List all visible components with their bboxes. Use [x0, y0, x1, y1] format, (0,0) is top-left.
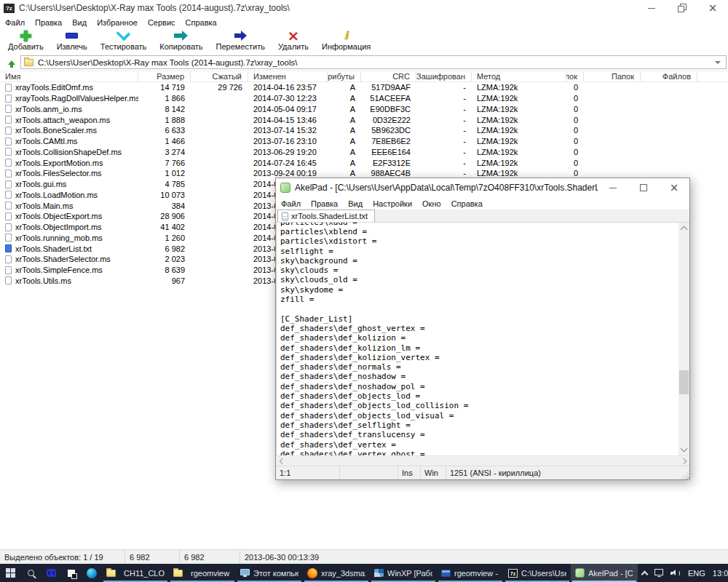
- column-header-name[interactable]: Имя: [0, 71, 138, 81]
- akelpad-titlebar[interactable]: AkelPad - [C:\Users\User\AppData\Local\T…: [276, 178, 689, 197]
- table-row[interactable]: xrayTools.EditOmf.ms 14 719 29 726 2014-…: [0, 82, 728, 93]
- close-icon[interactable]: [697, 0, 728, 16]
- toolbar-button[interactable]: Копировать: [153, 28, 209, 51]
- taskbar-button-label: CH11_CLOUD...: [124, 569, 165, 578]
- column-header-block[interactable]: Блок: [566, 71, 584, 81]
- taskbar-button[interactable]: C:\Users\User...: [504, 564, 571, 582]
- clock[interactable]: 13:02: [713, 569, 728, 578]
- info-icon: [344, 29, 349, 42]
- search-button[interactable]: [20, 564, 41, 582]
- file-name: xrTools.Main.ms: [15, 202, 73, 210]
- toolbar-button[interactable]: Переместить: [210, 28, 272, 51]
- column-header-crc[interactable]: CRC: [361, 71, 416, 81]
- taskbar-button[interactable]: rgeomview [ ...: [169, 564, 236, 582]
- status-size: 6 982: [125, 550, 180, 564]
- sevenzip-titlebar[interactable]: C:\Users\User\Desktop\X-Ray max Tools (2…: [0, 0, 728, 16]
- network-icon[interactable]: [654, 569, 663, 575]
- text-line: [280, 304, 678, 314]
- taskbar-button[interactable]: xray_3dsmax_...: [303, 564, 370, 582]
- column-header-folders[interactable]: Папок: [584, 71, 641, 81]
- menu-item[interactable]: Вид: [67, 18, 92, 27]
- toolbar-button[interactable]: Информация: [315, 28, 377, 51]
- taskbar-button[interactable]: AkelPad - [C:\...: [571, 564, 638, 582]
- close-icon[interactable]: [659, 178, 689, 197]
- text-line: def_shaders\def_vertex =: [280, 440, 678, 450]
- column-header-modified[interactable]: Изменен: [248, 71, 328, 81]
- column-header-size[interactable]: Размер: [138, 71, 191, 81]
- resize-grip[interactable]: [681, 471, 689, 479]
- pinned-app-binoculars[interactable]: [41, 564, 61, 582]
- menu-item[interactable]: Настройки: [368, 199, 417, 208]
- editor-text-area[interactable]: particles\xadd = particles\xblend =parti…: [277, 223, 678, 455]
- pinned-app-snip[interactable]: [61, 564, 82, 582]
- vertical-scrollbar[interactable]: [678, 223, 689, 455]
- menu-item[interactable]: Вид: [343, 199, 368, 208]
- scroll-down-icon[interactable]: [678, 445, 689, 455]
- toolbar-button[interactable]: Удалить: [272, 28, 315, 51]
- language-indicator[interactable]: ENG: [688, 569, 705, 578]
- taskbar-button[interactable]: CH11_CLOUD...: [102, 564, 169, 582]
- scroll-up-icon[interactable]: [678, 223, 689, 234]
- scroll-left-icon[interactable]: [276, 456, 286, 466]
- toolbar-button[interactable]: Добавить: [1, 28, 50, 51]
- minimize-icon[interactable]: [636, 0, 667, 16]
- up-one-level-icon[interactable]: [3, 55, 20, 69]
- toolbar-button-label: Удалить: [278, 42, 309, 51]
- restore-icon[interactable]: [667, 0, 697, 16]
- vm-icon: [374, 569, 384, 577]
- column-header-attributes[interactable]: Атрибуты: [328, 71, 361, 81]
- scroll-right-icon[interactable]: [679, 456, 689, 466]
- column-header-filler: [697, 71, 728, 81]
- column-header-method[interactable]: Метод: [472, 71, 566, 81]
- file-modified: 2014-07-24 16:45: [248, 159, 328, 167]
- file-icon: [5, 116, 12, 124]
- file-icon: [5, 255, 12, 263]
- column-header-files[interactable]: Файлов: [641, 71, 697, 81]
- taskbar-button[interactable]: WinXP [Работ...: [370, 564, 437, 582]
- table-row[interactable]: xrTools.attach_weapon.ms 1 888 2014-04-1…: [0, 114, 728, 125]
- toolbar-button[interactable]: Извлечь: [50, 28, 94, 51]
- file-name: xrTools.ObjectExport.ms: [15, 212, 102, 220]
- table-row[interactable]: xrayTools.RagDollValuesHelper.ms 1 866 2…: [0, 93, 728, 104]
- table-row[interactable]: xrTools.CollisionShapeDef.ms 3 274 2013-…: [0, 147, 728, 158]
- menu-item[interactable]: Файл: [0, 18, 30, 27]
- menu-item[interactable]: Избранное: [92, 18, 143, 27]
- menu-item[interactable]: Правка: [30, 18, 67, 27]
- folder-icon: [173, 570, 183, 577]
- table-row[interactable]: xrTools.CAMtl.ms 1 466 2013-07-16 23:10 …: [0, 136, 728, 147]
- menu-item[interactable]: Окно: [417, 199, 446, 208]
- taskbar-button[interactable]: rgeomview - ...: [437, 564, 504, 582]
- pinned-app-edge[interactable]: [82, 564, 102, 582]
- column-header-encrypted[interactable]: Зашифрован: [416, 71, 472, 81]
- speaker-icon[interactable]: [670, 569, 681, 577]
- file-icon: [5, 137, 12, 146]
- toolbar-button-label: Добавить: [8, 42, 44, 51]
- scrollbar-thumb[interactable]: [679, 370, 689, 394]
- taskbar-button[interactable]: Этот компью...: [236, 564, 303, 582]
- table-row[interactable]: xrTools.ExportMotion.ms 7 766 2014-07-24…: [0, 157, 728, 168]
- column-header-packed[interactable]: Сжатый: [191, 71, 248, 81]
- menu-item[interactable]: Правка: [306, 199, 343, 208]
- maximize-icon[interactable]: [628, 178, 659, 197]
- file-icon: [5, 276, 12, 284]
- menu-item[interactable]: Справка: [181, 18, 222, 27]
- document-tab[interactable]: xrTools.ShaderList.txt: [277, 210, 375, 222]
- menu-item[interactable]: Файл: [276, 199, 306, 208]
- address-dropdown-icon[interactable]: [713, 56, 723, 68]
- horizontal-scrollbar[interactable]: [276, 455, 689, 466]
- file-size: 1 012: [138, 169, 191, 178]
- table-row[interactable]: xrTools.BoneScaler.ms 6 633 2013-07-14 1…: [0, 125, 728, 136]
- sevenzip-window-title: C:\Users\User\Desktop\X-Ray max Tools (2…: [19, 3, 290, 13]
- minimize-icon[interactable]: [598, 178, 628, 197]
- text-line: def_shaders\def_selflight =: [280, 420, 678, 430]
- menu-item[interactable]: Справка: [446, 199, 488, 208]
- start-button[interactable]: [0, 564, 20, 582]
- file-name: xrTools.ShaderSelector.ms: [15, 255, 111, 263]
- toolbar-button[interactable]: Тестировать: [94, 28, 154, 51]
- address-combobox[interactable]: C:\Users\User\Desktop\X-Ray max Tools (2…: [20, 55, 727, 69]
- table-row[interactable]: xrTools.anm_io.ms 8 142 2014-05-04 09:17…: [0, 104, 728, 115]
- file-icon: [5, 105, 12, 113]
- tray-chevron-up-icon[interactable]: [641, 570, 649, 578]
- text-line: def_shaders\def_objects_lod_collision =: [280, 401, 678, 410]
- menu-item[interactable]: Сервис: [143, 18, 181, 27]
